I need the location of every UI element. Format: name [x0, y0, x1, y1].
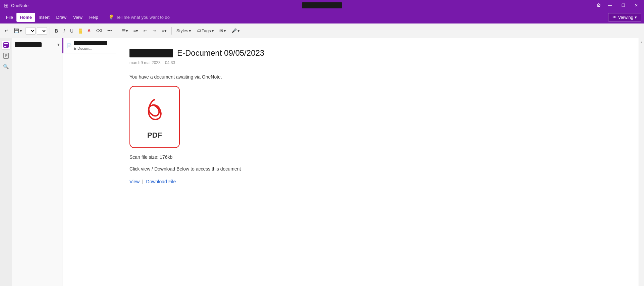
link-row: View | Download File — [129, 178, 625, 185]
font-family-select[interactable] — [25, 27, 36, 35]
left-panel: 🔍 ▾ 📄 E-Docum... — [0, 38, 116, 286]
bold-button[interactable]: B — [53, 27, 60, 35]
menu-home[interactable]: Home — [16, 13, 35, 22]
font-color-button[interactable]: A — [86, 27, 93, 35]
mic-button[interactable]: 🎤 ▾ — [229, 27, 242, 35]
font-size-select[interactable] — [37, 27, 47, 35]
note-datetime: mardi 9 mai 2023 04:33 — [129, 60, 625, 65]
svg-rect-3 — [4, 46, 6, 47]
notebook-name-redacted — [15, 42, 42, 47]
italic-button[interactable]: I — [61, 27, 67, 35]
menu-view[interactable]: View — [70, 13, 86, 22]
toolbar: ↩ 💾 ▾ B I U ▓ A ⌫ ••• ☰▾ ≡▾ ⇤ ⇥ ≡▾ Style… — [0, 23, 644, 38]
email-button[interactable]: ✉ ▾ — [217, 27, 228, 35]
search-input[interactable] — [116, 15, 183, 20]
chevron-down-icon-notebook[interactable]: ▾ — [57, 42, 59, 47]
minimize-btn[interactable]: — — [606, 2, 614, 8]
search-sidebar-icon[interactable]: 🔍 — [2, 62, 10, 70]
menu-draw[interactable]: Draw — [53, 13, 70, 22]
note-body: You have a document awaiting via OneNote… — [129, 73, 625, 186]
pdf-attachment[interactable]: PDF — [129, 86, 180, 148]
viewing-button[interactable]: 👁 Viewing ▾ — [608, 13, 641, 21]
chevron-down-icon-styles: ▾ — [189, 28, 191, 33]
view-link[interactable]: View — [129, 179, 140, 184]
svg-rect-1 — [4, 43, 8, 44]
section-header: ▾ — [12, 40, 62, 49]
note-title-highlight-redacted — [129, 49, 173, 57]
highlight-button[interactable]: ▓ — [77, 27, 84, 35]
chevron-down-icon-tags: ▾ — [212, 28, 214, 33]
sections-panel: ▾ — [12, 38, 62, 286]
undo-button[interactable]: ↩ — [3, 27, 10, 35]
bullet-list-button[interactable]: ☰▾ — [120, 27, 130, 35]
pdf-text-label: PDF — [147, 129, 162, 141]
app-grid-icon[interactable]: ⊞ — [4, 2, 8, 9]
svg-rect-7 — [5, 56, 6, 57]
num-list-button[interactable]: ≡▾ — [131, 27, 141, 35]
tag-icon: 🏷 — [197, 28, 201, 33]
eye-icon: 👁 — [612, 15, 617, 20]
main-layout: 🔍 ▾ 📄 E-Docum... E-Document 09/05/2023 — [0, 38, 644, 286]
svg-rect-2 — [4, 45, 8, 45]
save-icon: 💾 — [14, 28, 19, 33]
content-area: E-Document 09/05/2023 mardi 9 mai 2023 0… — [116, 38, 639, 286]
email-icon: ✉ — [219, 28, 223, 33]
toolbar-separator-2 — [117, 27, 117, 35]
styles-label: Styles — [176, 28, 188, 33]
indent-decrease-button[interactable]: ⇤ — [142, 27, 149, 35]
notebook-icon[interactable] — [2, 41, 10, 49]
styles-button[interactable]: Styles ▾ — [174, 27, 193, 35]
chevron-down-icon-email: ▾ — [224, 28, 226, 33]
note-date: mardi 9 mai 2023 — [129, 60, 161, 65]
tags-button[interactable]: 🏷 Tags ▾ — [195, 27, 216, 35]
menu-help[interactable]: Help — [86, 13, 102, 22]
search-lightbulb-icon: 💡 — [108, 14, 114, 20]
settings-icon[interactable]: ⚙ — [596, 2, 601, 8]
search-bar: 💡 — [108, 14, 183, 20]
right-collapse-panel[interactable]: › — [639, 38, 644, 286]
viewing-label: Viewing — [618, 15, 633, 20]
eraser-button[interactable]: ⌫ — [94, 27, 104, 35]
svg-rect-4 — [4, 53, 8, 58]
menu-insert[interactable]: Insert — [35, 13, 53, 22]
more-button[interactable]: ••• — [105, 27, 114, 35]
underline-button[interactable]: U — [68, 27, 75, 35]
toolbar-separator-1 — [50, 27, 50, 35]
note-instruction: Click view / Download Below to access th… — [129, 165, 625, 173]
align-button[interactable]: ≡▾ — [160, 27, 169, 35]
mic-icon: 🎤 — [231, 28, 237, 33]
chevron-down-icon-save: ▾ — [20, 28, 22, 33]
menu-bar: File Home Insert Draw View Help 💡 👁 View… — [0, 11, 644, 23]
note-scan-size: Scan file size: 176kb — [129, 153, 625, 161]
toolbar-separator-3 — [171, 27, 172, 35]
note-body-line1: You have a document awaiting via OneNote… — [129, 73, 625, 81]
tags-label: Tags — [202, 28, 211, 33]
pdf-icon-svg — [141, 93, 168, 127]
close-btn[interactable]: ✕ — [633, 2, 640, 8]
chevron-down-icon-mic: ▾ — [237, 28, 240, 33]
page-short-name: E-Docum... — [74, 46, 107, 50]
window-title-redacted — [302, 2, 342, 8]
svg-rect-6 — [5, 55, 7, 56]
svg-rect-5 — [5, 54, 7, 55]
app-name: OneNote — [11, 3, 29, 8]
notebooks-panel: 🔍 — [0, 38, 12, 286]
title-bar: ⊞ OneNote ⚙ — ❐ ✕ — [0, 0, 644, 11]
save-button[interactable]: 💾 ▾ — [12, 27, 24, 35]
note-title-row: E-Document 09/05/2023 — [129, 48, 625, 58]
pages-icon[interactable] — [2, 52, 10, 60]
page-icon: 📄 — [67, 43, 72, 48]
restore-btn[interactable]: ❐ — [620, 2, 627, 8]
page-item[interactable]: 📄 E-Docum... — [62, 38, 116, 53]
download-link[interactable]: Download File — [146, 179, 176, 184]
menu-file[interactable]: File — [3, 13, 16, 22]
link-separator: | — [142, 179, 144, 184]
chevron-left-icon: › — [641, 40, 642, 44]
note-title: E-Document 09/05/2023 — [177, 48, 264, 58]
page-name-redacted — [74, 41, 107, 45]
note-time: 04:33 — [165, 60, 175, 65]
indent-increase-button[interactable]: ⇥ — [151, 27, 158, 35]
pages-panel: 📄 E-Docum... — [62, 38, 116, 286]
chevron-down-icon: ▾ — [635, 15, 637, 20]
